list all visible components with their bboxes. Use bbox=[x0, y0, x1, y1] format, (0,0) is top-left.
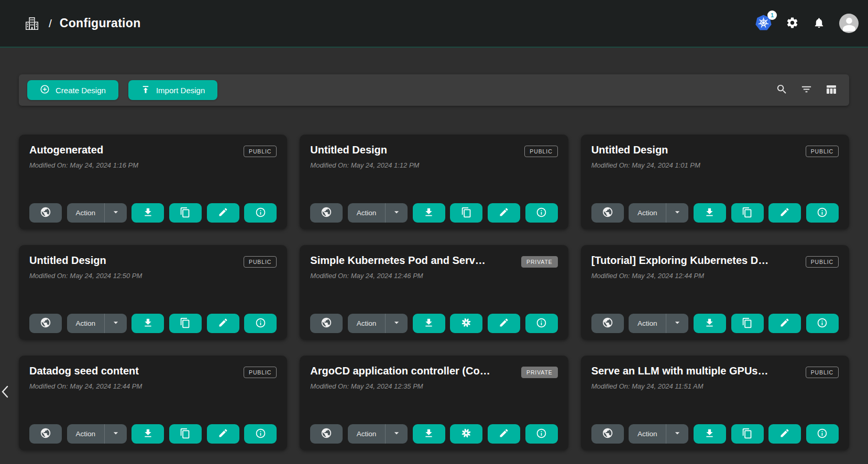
action-button[interactable]: Action bbox=[629, 203, 666, 223]
caret-down-icon bbox=[111, 207, 121, 219]
action-dropdown-caret[interactable] bbox=[105, 424, 127, 444]
action-dropdown-caret[interactable] bbox=[386, 314, 408, 333]
download-button[interactable] bbox=[413, 203, 445, 223]
action-button[interactable]: Action bbox=[348, 203, 386, 223]
action-dropdown-caret[interactable] bbox=[666, 203, 688, 223]
design-title: Serve an LLM with multiple GPUs… bbox=[591, 365, 768, 377]
info-button[interactable] bbox=[244, 203, 277, 223]
info-button[interactable] bbox=[244, 314, 277, 333]
create-design-label: Create Design bbox=[56, 86, 106, 95]
download-button[interactable] bbox=[694, 203, 726, 223]
globe-icon bbox=[321, 427, 332, 440]
action-dropdown-caret[interactable] bbox=[105, 203, 127, 223]
action-split-button: Action bbox=[629, 203, 688, 223]
action-dropdown-caret[interactable] bbox=[105, 314, 127, 333]
edit-button[interactable] bbox=[488, 314, 520, 333]
search-button[interactable] bbox=[776, 83, 788, 97]
publish-globe-button[interactable] bbox=[310, 424, 343, 444]
notifications-bell-button[interactable] bbox=[813, 17, 825, 30]
publish-globe-button[interactable] bbox=[310, 203, 343, 223]
card-header: ArgoCD application controller (Co… PRIVA… bbox=[310, 365, 557, 378]
import-design-label: Import Design bbox=[156, 86, 205, 95]
action-dropdown-caret[interactable] bbox=[666, 314, 688, 333]
design-card: Serve an LLM with multiple GPUs… PUBLIC … bbox=[581, 356, 849, 450]
user-avatar[interactable] bbox=[839, 14, 859, 33]
action-split-button: Action bbox=[67, 203, 127, 223]
clone-button[interactable] bbox=[731, 203, 764, 223]
download-button[interactable] bbox=[413, 424, 445, 444]
designs-toolbar: Create Design Import Design bbox=[19, 74, 849, 106]
table-view-button[interactable] bbox=[825, 83, 838, 97]
action-button[interactable]: Action bbox=[629, 314, 666, 333]
create-design-button[interactable]: Create Design bbox=[27, 80, 118, 100]
info-button[interactable] bbox=[806, 424, 839, 444]
clone-button[interactable] bbox=[450, 314, 482, 333]
breadcrumb-separator: / bbox=[49, 17, 52, 30]
download-button[interactable] bbox=[131, 314, 164, 333]
filter-button[interactable] bbox=[800, 83, 812, 97]
edit-button[interactable] bbox=[488, 424, 520, 444]
edit-button[interactable] bbox=[768, 314, 801, 333]
download-button[interactable] bbox=[131, 424, 164, 444]
building-icon[interactable] bbox=[24, 16, 40, 31]
info-button[interactable] bbox=[244, 424, 277, 444]
info-button[interactable] bbox=[525, 203, 558, 223]
publish-globe-button[interactable] bbox=[29, 203, 62, 223]
modified-on-label: Modified On: May 24, 2024 12:44 PM bbox=[29, 382, 277, 390]
clone-button[interactable] bbox=[731, 314, 764, 333]
download-button[interactable] bbox=[131, 203, 164, 223]
action-dropdown-caret[interactable] bbox=[666, 424, 688, 444]
clone-button[interactable] bbox=[450, 424, 482, 444]
info-button[interactable] bbox=[806, 314, 839, 333]
clone-button[interactable] bbox=[169, 424, 202, 444]
search-icon bbox=[776, 83, 788, 97]
import-design-button[interactable]: Import Design bbox=[128, 80, 217, 100]
info-icon bbox=[536, 317, 547, 330]
info-button[interactable] bbox=[806, 203, 839, 223]
card-actions: Action bbox=[29, 314, 277, 333]
info-button[interactable] bbox=[525, 314, 558, 333]
edit-button[interactable] bbox=[488, 203, 520, 223]
clone-button[interactable] bbox=[169, 203, 202, 223]
kubernetes-context-button[interactable]: 1 bbox=[755, 15, 772, 32]
plus-circle-icon bbox=[40, 84, 50, 96]
settings-gear-button[interactable] bbox=[786, 16, 799, 31]
action-button[interactable]: Action bbox=[67, 203, 105, 223]
download-button[interactable] bbox=[694, 424, 726, 444]
action-button[interactable]: Action bbox=[348, 424, 386, 444]
publish-globe-button[interactable] bbox=[29, 424, 62, 444]
download-button[interactable] bbox=[413, 314, 445, 333]
action-button[interactable]: Action bbox=[348, 314, 386, 333]
modified-on-label: Modified On: May 24, 2024 12:46 PM bbox=[310, 272, 557, 280]
publish-globe-button[interactable] bbox=[29, 314, 62, 333]
drawer-collapse-button[interactable] bbox=[0, 384, 10, 401]
edit-button[interactable] bbox=[207, 424, 239, 444]
publish-globe-button[interactable] bbox=[310, 314, 343, 333]
clone-button[interactable] bbox=[731, 424, 764, 444]
download-button[interactable] bbox=[694, 314, 726, 333]
action-button[interactable]: Action bbox=[629, 424, 666, 444]
edit-button[interactable] bbox=[207, 203, 239, 223]
edit-button[interactable] bbox=[768, 424, 801, 444]
action-dropdown-caret[interactable] bbox=[386, 424, 408, 444]
clone-button[interactable] bbox=[169, 314, 202, 333]
action-dropdown-caret[interactable] bbox=[386, 203, 408, 223]
design-card: Untitled Design PUBLIC Modified On: May … bbox=[19, 245, 287, 340]
action-button[interactable]: Action bbox=[67, 314, 105, 333]
edit-button[interactable] bbox=[207, 314, 239, 333]
clone-button[interactable] bbox=[450, 203, 482, 223]
caret-down-icon bbox=[672, 207, 683, 219]
modified-on-label: Modified On: May 24, 2024 12:35 PM bbox=[310, 382, 557, 390]
info-button[interactable] bbox=[525, 424, 558, 444]
publish-globe-button[interactable] bbox=[591, 314, 624, 333]
edit-button[interactable] bbox=[768, 203, 801, 223]
publish-globe-button[interactable] bbox=[591, 203, 624, 223]
download-icon bbox=[142, 428, 153, 440]
card-header: Untitled Design PUBLIC bbox=[310, 144, 557, 157]
action-button[interactable]: Action bbox=[67, 424, 105, 444]
visibility-badge: PUBLIC bbox=[244, 256, 277, 268]
info-icon bbox=[255, 207, 266, 219]
card-header: [Tutorial] Exploring Kubernetes D… PUBLI… bbox=[591, 255, 839, 268]
download-icon bbox=[423, 317, 434, 330]
publish-globe-button[interactable] bbox=[591, 424, 624, 444]
